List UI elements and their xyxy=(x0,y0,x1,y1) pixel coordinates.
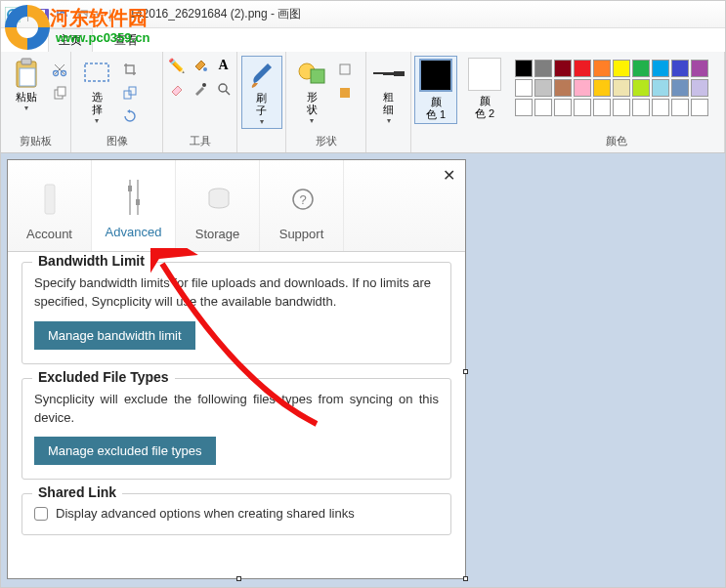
group-colors: 颜色 xyxy=(509,52,725,152)
text-icon[interactable]: A xyxy=(214,56,234,75)
group-color2: 颜 色 2 xyxy=(460,52,509,152)
canvas-area: ✕ Account Advanced Storage ? Support xyxy=(1,153,725,587)
color-swatch[interactable] xyxy=(632,79,650,97)
color-swatch[interactable] xyxy=(613,99,630,116)
eraser-icon[interactable] xyxy=(167,79,187,99)
color-palette[interactable] xyxy=(515,60,708,116)
outline-icon[interactable] xyxy=(335,60,355,79)
group-shapes: 形 状 ▾ 形状 xyxy=(286,52,366,152)
crop-icon[interactable] xyxy=(120,60,140,79)
stroke-label: 粗 细 xyxy=(383,91,394,116)
copy-icon[interactable] xyxy=(50,83,69,103)
color-swatch[interactable] xyxy=(691,99,708,116)
color-swatch[interactable] xyxy=(515,60,533,77)
cut-icon[interactable] xyxy=(50,60,69,79)
color-swatch[interactable] xyxy=(652,99,669,116)
group-stroke: 粗 细 ▾ xyxy=(366,52,411,152)
color-swatch[interactable] xyxy=(593,79,611,97)
color-swatch[interactable] xyxy=(593,99,611,116)
zoom-icon[interactable] xyxy=(214,79,234,99)
svg-rect-21 xyxy=(340,64,350,74)
fieldset-shared: Shared Link Display advanced options whe… xyxy=(21,493,451,535)
tab-home[interactable]: 主页 xyxy=(48,28,93,52)
stroke-button[interactable]: 粗 细 ▾ xyxy=(369,56,408,127)
brushes-button[interactable]: 刷 子 ▾ xyxy=(241,56,282,129)
checkbox-icon[interactable] xyxy=(34,507,48,521)
color-swatch[interactable] xyxy=(534,99,552,116)
svg-point-15 xyxy=(203,67,207,71)
color1-swatch xyxy=(419,59,452,92)
resize-icon[interactable] xyxy=(120,83,140,103)
redo-icon[interactable] xyxy=(74,7,90,22)
color-swatch[interactable] xyxy=(534,60,552,77)
shared-checkbox-row[interactable]: Display advanced options when creating s… xyxy=(34,506,439,521)
manage-excluded-button[interactable]: Manage excluded file types xyxy=(34,437,216,465)
svg-line-18 xyxy=(226,91,230,95)
settings-dialog: ✕ Account Advanced Storage ? Support xyxy=(8,160,465,578)
spacer xyxy=(243,135,279,152)
color-swatch[interactable] xyxy=(554,79,572,97)
color-swatch[interactable] xyxy=(515,99,533,116)
color-swatch[interactable] xyxy=(534,79,552,97)
color-swatch[interactable] xyxy=(652,60,669,77)
tab-support[interactable]: ? Support xyxy=(260,160,344,251)
color-swatch[interactable] xyxy=(652,79,669,97)
advanced-icon xyxy=(122,178,146,217)
bandwidth-legend: Bandwidth Limit xyxy=(32,253,150,269)
color-swatch[interactable] xyxy=(671,99,689,116)
svg-rect-6 xyxy=(21,59,31,64)
pencil-icon[interactable]: ✏️ xyxy=(167,56,187,75)
color-swatch[interactable] xyxy=(515,79,533,97)
ribbon-tabs: 主页 查看 xyxy=(1,28,725,52)
fill-icon[interactable] xyxy=(191,56,210,75)
color1-button[interactable]: 颜 色 1 xyxy=(414,56,457,124)
paste-button[interactable]: 粘贴 ▾ xyxy=(7,56,46,114)
color-swatch[interactable] xyxy=(574,99,591,116)
spacer xyxy=(466,135,503,152)
group-shapes-label: 形状 xyxy=(292,132,360,152)
tab-storage[interactable]: Storage xyxy=(176,160,260,251)
support-icon: ? xyxy=(290,180,314,219)
color-swatch[interactable] xyxy=(671,79,689,97)
group-image-label: 图像 xyxy=(77,132,156,152)
color-swatch[interactable] xyxy=(554,60,572,77)
rotate-icon[interactable] xyxy=(120,106,140,126)
color2-button[interactable]: 颜 色 2 xyxy=(464,56,505,122)
group-clipboard: 粘贴 ▾ 剪贴板 xyxy=(1,52,71,152)
color-swatch[interactable] xyxy=(613,60,630,77)
color-swatch[interactable] xyxy=(613,79,630,97)
svg-text:?: ? xyxy=(299,192,306,207)
color-swatch[interactable] xyxy=(671,60,689,77)
excluded-legend: Excluded File Types xyxy=(32,369,175,385)
tab-view[interactable]: 查看 xyxy=(105,29,148,52)
paste-label: 粘贴 xyxy=(16,91,37,104)
undo-icon[interactable] xyxy=(55,7,70,22)
shapes-button[interactable]: 形 状 ▾ xyxy=(292,56,331,127)
tab-advanced[interactable]: Advanced xyxy=(92,160,176,251)
chevron-down-icon: ▾ xyxy=(387,116,391,125)
qat-dd[interactable]: ▾ xyxy=(96,10,101,20)
color-swatch[interactable] xyxy=(593,60,611,77)
fill-shape-icon[interactable] xyxy=(335,83,355,103)
canvas[interactable]: ✕ Account Advanced Storage ? Support xyxy=(7,159,466,579)
window-title: 142016_26291684 (2).png - 画图 xyxy=(129,6,301,22)
select-button[interactable]: 选 择 ▾ xyxy=(77,56,116,127)
color-swatch[interactable] xyxy=(554,99,572,116)
dialog-body: Bandwidth Limit Specify bandwidth limits… xyxy=(8,252,465,549)
color-swatch[interactable] xyxy=(691,79,708,97)
color-swatch[interactable] xyxy=(632,99,650,116)
picker-icon[interactable] xyxy=(191,79,210,99)
svg-rect-4 xyxy=(39,16,47,20)
save-icon[interactable] xyxy=(35,7,51,22)
quick-access-toolbar: | ▾ | xyxy=(5,7,113,22)
color-swatch[interactable] xyxy=(574,60,591,77)
close-icon[interactable]: ✕ xyxy=(443,166,455,185)
tab-account[interactable]: Account xyxy=(8,160,92,251)
color-swatch[interactable] xyxy=(574,79,591,97)
manage-bandwidth-button[interactable]: Manage bandwidth limit xyxy=(34,321,195,350)
ribbon: 粘贴 ▾ 剪贴板 选 择 ▾ 图像 xyxy=(1,52,725,153)
color-swatch[interactable] xyxy=(691,60,708,77)
excluded-desc: Syncplicity will exclude the following f… xyxy=(34,391,439,428)
color-swatch[interactable] xyxy=(632,60,650,77)
group-colors-label: 颜色 xyxy=(515,132,718,152)
